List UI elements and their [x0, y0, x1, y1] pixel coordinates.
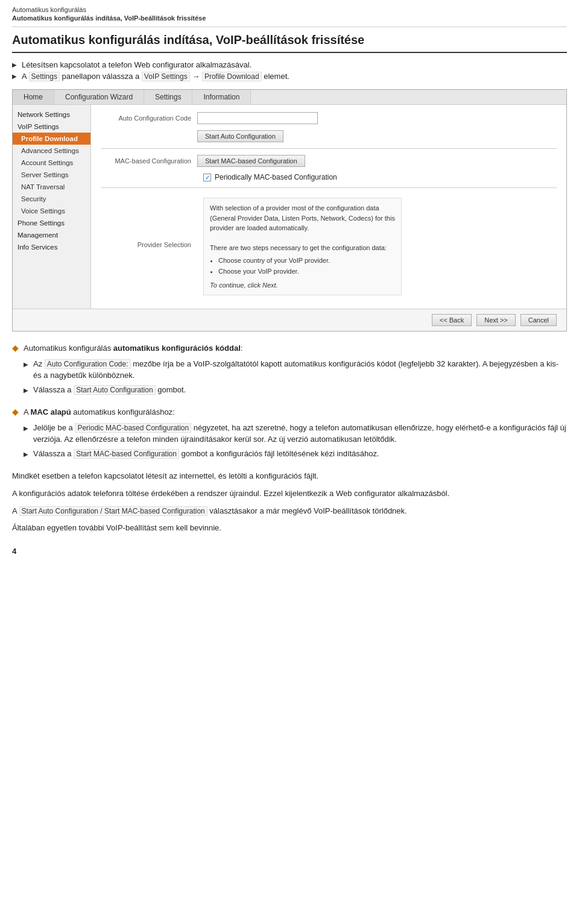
section-auto-code-item-1: Az Auto Configuration Code: mezőbe írja … [24, 358, 567, 382]
body-para-1: Mindkét esetben a telefon kapcsolatot lé… [12, 470, 567, 483]
periodic-mac-checkbox[interactable]: ✓ [203, 174, 211, 181]
provider-step-2: Choose your VoIP provider. [218, 266, 395, 277]
section-mac-item-2: Válassza a Start MAC-based Configuration… [24, 448, 567, 460]
settings-code: Settings [29, 72, 60, 81]
nav-tab-home[interactable]: Home [13, 90, 54, 104]
mac-config-label: MAC-based Configuration [101, 157, 197, 165]
start-auto-config-button[interactable]: Start Auto Configuration [197, 130, 283, 142]
screenshot-nav: Home Configuration Wizard Settings Infor… [13, 90, 566, 105]
next-button[interactable]: Next >> [476, 314, 516, 326]
section-auto-code-list: Az Auto Configuration Code: mezőbe írja … [24, 358, 567, 396]
section-mac-content: A MAC alapú automatikus konfiguráláshoz:… [24, 406, 567, 464]
screenshot: Home Configuration Wizard Settings Infor… [12, 89, 567, 332]
nav-tab-config-wizard[interactable]: Configuration Wizard [54, 90, 144, 104]
page-title: Automatikus konfigurálás indítása, VoIP-… [12, 33, 567, 53]
sidebar-item-profile-download[interactable]: Profile Download [13, 133, 90, 145]
body-para-2: A konfigurációs adatok telefonra töltése… [12, 488, 567, 500]
diamond-icon-1: ◆ [12, 343, 19, 353]
nav-tab-information[interactable]: Information [192, 90, 251, 104]
divider-1 [101, 148, 557, 149]
sidebar-item-network-settings[interactable]: Network Settings [13, 108, 90, 121]
provider-label: Provider Selection [101, 241, 197, 248]
section-mac-title: A MAC alapú automatikus konfiguráláshoz: [24, 406, 567, 418]
intro-item-2: A Settings panellapon válassza a VoIP Se… [12, 72, 567, 81]
sidebar-item-management[interactable]: Management [13, 229, 90, 241]
sidebar-item-security[interactable]: Security [13, 193, 90, 205]
auto-config-button-row: Start Auto Configuration [101, 130, 557, 142]
section-mac-item-1: Jelölje be a Periodic MAC-based Configur… [24, 422, 567, 445]
provider-step-1: Choose country of your VoIP provider. [218, 256, 395, 266]
screenshot-sidebar: Network Settings VoIP Settings Profile D… [13, 105, 91, 309]
section-auto-code-content: Automatikus konfigurálás automatikus kon… [24, 342, 567, 400]
back-button[interactable]: << Back [432, 314, 472, 326]
nav-tab-settings[interactable]: Settings [144, 90, 192, 104]
mac-config-label-row: MAC-based Configuration Start MAC-based … [101, 155, 557, 167]
intro-list: Létesítsen kapcsolatot a telefon Web con… [12, 60, 567, 81]
periodic-mac-label: Periodically MAC-based Configuration [215, 173, 337, 181]
start-mac-config-button[interactable]: Start MAC-based Configuration [197, 155, 305, 167]
provider-desc: With selection of a provider most of the… [203, 198, 402, 295]
periodic-mac-row: ✓ Periodically MAC-based Configuration [203, 173, 557, 181]
auto-config-row: Auto Configuration Code [101, 112, 557, 124]
auto-config-input[interactable] [197, 112, 318, 124]
sidebar-item-nat-traversal[interactable]: NAT Traversal [13, 181, 90, 193]
section-auto-code-title: Automatikus konfigurálás automatikus kon… [24, 342, 567, 354]
body-para-3: A Start Auto Configuration / Start MAC-b… [12, 505, 567, 518]
screenshot-body: Network Settings VoIP Settings Profile D… [13, 105, 566, 309]
breadcrumb-line1: Automatikus konfigurálás [12, 6, 567, 13]
screenshot-bottom-nav: << Back Next >> Cancel [13, 309, 566, 331]
sidebar-item-voice-settings[interactable]: Voice Settings [13, 205, 90, 217]
provider-row: Provider Selection With selection of a p… [101, 194, 557, 295]
section-auto-code: ◆ Automatikus konfigurálás automatikus k… [12, 342, 567, 400]
screenshot-content: Auto Configuration Code Start Auto Confi… [91, 105, 566, 309]
provider-steps-list: Choose country of your VoIP provider. Ch… [218, 256, 395, 277]
page-number: 4 [12, 547, 567, 556]
sidebar-item-advanced-settings[interactable]: Advanced Settings [13, 145, 90, 157]
section-auto-code-item-2: Válassza a Start Auto Configuration gomb… [24, 384, 567, 396]
section-mac: ◆ A MAC alapú automatikus konfigurálásho… [12, 406, 567, 464]
page-header: Automatikus konfigurálás Automatikus kon… [12, 6, 567, 27]
profile-download-code: Profile Download [202, 72, 262, 81]
sidebar-item-phone-settings[interactable]: Phone Settings [13, 217, 90, 229]
provider-continue: To continue, click Next. [210, 280, 395, 291]
sidebar-item-info-services[interactable]: Info Services [13, 241, 90, 253]
sidebar-item-server-settings[interactable]: Server Settings [13, 169, 90, 181]
cancel-button[interactable]: Cancel [520, 314, 557, 326]
section-mac-list: Jelölje be a Periodic MAC-based Configur… [24, 422, 567, 460]
intro-item-1: Létesítsen kapcsolatot a telefon Web con… [12, 60, 567, 69]
auto-config-label: Auto Configuration Code [101, 115, 197, 122]
breadcrumb-line2: Automatikus konfigurálás indítása, VoIP-… [12, 14, 567, 22]
divider-2 [101, 187, 557, 188]
body-para-4: Általában egyetlen további VoIP-beállítá… [12, 522, 567, 535]
diamond-icon-2: ◆ [12, 407, 19, 416]
sidebar-item-voip-settings[interactable]: VoIP Settings [13, 121, 90, 133]
voip-settings-code: VoIP Settings [142, 72, 190, 81]
sidebar-item-account-settings[interactable]: Account Settings [13, 157, 90, 169]
